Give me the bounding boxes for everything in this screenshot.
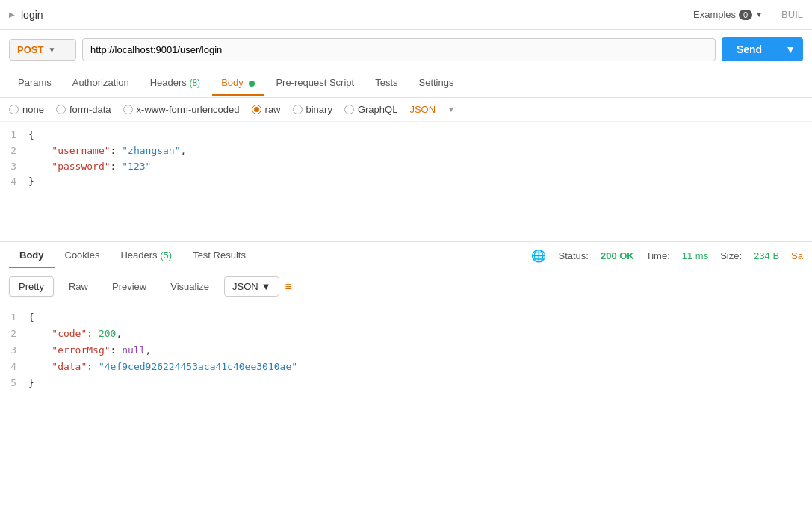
option-raw[interactable]: raw [252,104,281,115]
resp-code-line-1: 1 { [0,309,812,326]
top-bar-right: Examples 0 ▼ BUIL [693,7,803,22]
tab-params[interactable]: Params [9,71,61,96]
radio-form-data [56,105,66,114]
resp-tab-test-results[interactable]: Test Results [182,244,256,268]
send-button[interactable]: Send ▼ [722,37,803,61]
radio-none [9,105,19,114]
radio-x-www [123,105,133,114]
resp-format-arrow: ▼ [261,281,271,292]
option-graphql[interactable]: GraphQL [344,104,397,115]
request-body-editor[interactable]: 1 { 2 "username": "zhangsan", 3 "passwor… [0,122,812,241]
view-preview-button[interactable]: Preview [103,277,155,296]
resp-line-content-3: "errorMsg": null, [28,342,151,359]
json-format-label[interactable]: JSON [409,104,436,115]
code-line-3: 3 "password": "123" [0,159,812,175]
resp-line-num-2: 2 [6,326,28,342]
examples-button[interactable]: Examples 0 ▼ [693,9,763,20]
tab-tests[interactable]: Tests [366,71,406,96]
method-dropdown[interactable]: POST ▼ [9,39,76,61]
top-bar-left: ▶ login [9,9,43,21]
top-bar: ▶ login Examples 0 ▼ BUIL [0,0,812,30]
resp-line-num-5: 5 [6,375,28,391]
body-options: none form-data x-www-form-urlencoded raw… [0,98,812,122]
body-dot [249,81,255,87]
radio-graphql [344,105,354,114]
resp-format-dropdown[interactable]: JSON ▼ [224,276,279,297]
response-body-viewer: 1 { 2 "code": 200, 3 "errorMsg": null, 4… [0,303,812,397]
send-label: Send [722,37,777,61]
resp-code-line-5: 5 } [0,375,812,391]
size-value: 234 B [754,250,779,261]
response-section: Body Cookies Headers (5) Test Results 🌐 … [0,241,812,397]
view-raw-button[interactable]: Raw [60,277,97,296]
method-dropdown-arrow: ▼ [48,46,55,54]
tab-settings[interactable]: Settings [410,71,463,96]
option-binary-label: binary [306,104,332,115]
view-pretty-button[interactable]: Pretty [9,276,54,297]
radio-binary [293,105,303,114]
resp-headers-badge: (5) [160,250,172,261]
examples-count: 0 [739,10,752,20]
option-form-data[interactable]: form-data [56,104,111,115]
line-num-1: 1 [6,128,28,143]
tab-authorization[interactable]: Authorization [63,71,138,96]
time-label: Time: [646,250,670,261]
resp-tab-body[interactable]: Body [9,244,55,268]
resp-line-num-1: 1 [6,309,28,326]
response-tabs: Body Cookies Headers (5) Test Results [9,244,256,268]
size-label: Size: [720,250,742,261]
headers-badge: (8) [189,78,200,88]
build-label[interactable]: BUIL [781,9,803,20]
line-num-2: 2 [6,143,28,159]
option-binary[interactable]: binary [293,104,332,115]
option-raw-label: raw [265,104,281,115]
resp-view-bar: Pretty Raw Preview Visualize JSON ▼ ≡ [0,270,812,303]
request-tabs: Params Authorization Headers (8) Body Pr… [0,69,812,98]
option-form-data-label: form-data [69,104,111,115]
expand-icon[interactable]: ▶ [9,10,15,19]
tab-headers[interactable]: Headers (8) [141,71,209,96]
radio-raw [252,105,261,114]
resp-line-content-1: { [28,309,34,326]
view-visualize-button[interactable]: Visualize [161,277,218,296]
chevron-down-icon: ▼ [755,10,763,19]
request-title: login [21,9,43,21]
resp-format-label: JSON [232,281,258,292]
resp-tab-cookies[interactable]: Cookies [55,244,111,268]
globe-icon[interactable]: 🌐 [531,249,546,263]
option-graphql-label: GraphQL [358,104,397,115]
option-x-www[interactable]: x-www-form-urlencoded [123,104,240,115]
code-line-1: 1 { [0,128,812,143]
time-value: 11 ms [682,250,708,261]
code-line-4: 4 } [0,174,812,190]
line-content-3: "password": "123" [28,159,151,175]
resp-code-line-4: 4 "data": "4ef9ced926224453aca41c40ee301… [0,359,812,375]
resp-tab-headers[interactable]: Headers (5) [110,244,182,268]
wrap-text-icon[interactable]: ≡ [285,280,292,294]
code-line-2: 2 "username": "zhangsan", [0,143,812,159]
divider [772,7,772,22]
option-none-label: none [22,104,44,115]
save-response-button[interactable]: Sa [791,250,803,261]
resp-line-num-3: 3 [6,342,28,359]
line-num-4: 4 [6,174,28,190]
line-content-4: } [28,174,34,190]
examples-label: Examples [693,9,736,20]
resp-code-line-2: 2 "code": 200, [0,326,812,342]
line-content-2: "username": "zhangsan", [28,143,186,159]
status-area: 🌐 Status: 200 OK Time: 11 ms Size: 234 B… [531,249,803,263]
send-dropdown-arrow[interactable]: ▼ [778,37,803,61]
method-label: POST [17,44,43,55]
resp-line-content-5: } [28,375,34,391]
json-format-arrow[interactable]: ▼ [447,105,455,114]
resp-line-content-4: "data": "4ef9ced926224453aca41c40ee3010a… [28,359,297,375]
option-none[interactable]: none [9,104,44,115]
response-tabs-bar: Body Cookies Headers (5) Test Results 🌐 … [0,242,812,270]
url-input[interactable] [82,38,716,61]
resp-code-line-3: 3 "errorMsg": null, [0,342,812,359]
tab-body[interactable]: Body [212,71,264,96]
line-content-1: { [28,128,34,143]
resp-line-num-4: 4 [6,359,28,375]
tab-prerequest[interactable]: Pre-request Script [267,71,363,96]
status-label: Status: [558,250,588,261]
